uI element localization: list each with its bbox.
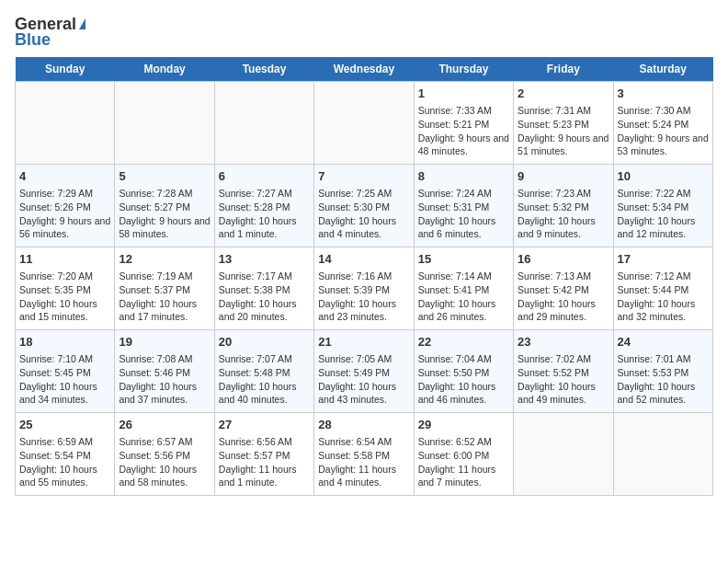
day-header-friday: Friday	[514, 57, 613, 82]
calendar-cell: 13Sunrise: 7:17 AMSunset: 5:38 PMDayligh…	[214, 247, 313, 330]
day-info: Sunrise: 6:59 AMSunset: 5:54 PMDaylight:…	[19, 435, 110, 489]
calendar-cell: 29Sunrise: 6:52 AMSunset: 6:00 PMDayligh…	[414, 413, 513, 496]
day-number: 28	[318, 417, 409, 433]
logo-triangle	[79, 18, 85, 29]
calendar-cell: 2Sunrise: 7:31 AMSunset: 5:23 PMDaylight…	[514, 82, 613, 165]
day-info: Sunrise: 7:14 AMSunset: 5:41 PMDaylight:…	[418, 270, 509, 324]
calendar-cell: 7Sunrise: 7:25 AMSunset: 5:30 PMDaylight…	[314, 165, 414, 247]
day-info: Sunrise: 7:04 AMSunset: 5:50 PMDaylight:…	[418, 352, 509, 407]
calendar-cell: 19Sunrise: 7:08 AMSunset: 5:46 PMDayligh…	[115, 330, 214, 413]
week-row-5: 25Sunrise: 6:59 AMSunset: 5:54 PMDayligh…	[16, 413, 713, 496]
calendar-cell: 3Sunrise: 7:30 AMSunset: 5:24 PMDaylight…	[613, 82, 712, 165]
day-header-thursday: Thursday	[414, 57, 513, 82]
calendar-cell	[115, 82, 214, 165]
logo-blue-text: Blue	[15, 30, 51, 50]
day-info: Sunrise: 6:57 AMSunset: 5:56 PMDaylight:…	[119, 435, 210, 489]
day-number: 3	[618, 86, 709, 102]
calendar-cell: 28Sunrise: 6:54 AMSunset: 5:58 PMDayligh…	[314, 413, 414, 496]
day-number: 9	[518, 168, 609, 185]
day-info: Sunrise: 7:24 AMSunset: 5:31 PMDaylight:…	[418, 187, 509, 241]
logo: General Blue	[15, 15, 85, 50]
calendar-cell: 5Sunrise: 7:28 AMSunset: 5:27 PMDaylight…	[115, 165, 214, 247]
day-number: 20	[219, 334, 310, 350]
day-number: 8	[418, 168, 509, 185]
day-info: Sunrise: 7:17 AMSunset: 5:38 PMDaylight:…	[219, 270, 310, 324]
calendar-cell: 21Sunrise: 7:05 AMSunset: 5:49 PMDayligh…	[314, 330, 414, 413]
calendar-cell	[314, 82, 414, 165]
day-number: 22	[418, 334, 509, 350]
day-number: 11	[19, 251, 110, 268]
calendar-cell: 1Sunrise: 7:33 AMSunset: 5:21 PMDaylight…	[414, 82, 513, 165]
day-info: Sunrise: 7:08 AMSunset: 5:46 PMDaylight:…	[119, 352, 210, 407]
day-info: Sunrise: 7:28 AMSunset: 5:27 PMDaylight:…	[119, 187, 210, 241]
day-info: Sunrise: 7:02 AMSunset: 5:52 PMDaylight:…	[518, 352, 609, 407]
calendar-cell: 12Sunrise: 7:19 AMSunset: 5:37 PMDayligh…	[115, 247, 214, 330]
day-header-tuesday: Tuesday	[214, 57, 313, 82]
calendar-cell: 18Sunrise: 7:10 AMSunset: 5:45 PMDayligh…	[16, 330, 115, 413]
day-number: 7	[318, 168, 409, 185]
calendar-cell: 8Sunrise: 7:24 AMSunset: 5:31 PMDaylight…	[414, 165, 513, 247]
day-number: 14	[318, 251, 409, 268]
day-number: 24	[618, 334, 709, 350]
day-number: 4	[19, 168, 110, 185]
day-info: Sunrise: 6:52 AMSunset: 6:00 PMDaylight:…	[418, 435, 509, 489]
day-info: Sunrise: 6:56 AMSunset: 5:57 PMDaylight:…	[219, 435, 310, 489]
day-number: 13	[219, 251, 310, 268]
calendar-cell: 26Sunrise: 6:57 AMSunset: 5:56 PMDayligh…	[115, 413, 214, 496]
calendar-table: SundayMondayTuesdayWednesdayThursdayFrid…	[15, 57, 713, 496]
calendar-cell	[514, 413, 613, 496]
day-number: 26	[119, 417, 210, 433]
week-row-4: 18Sunrise: 7:10 AMSunset: 5:45 PMDayligh…	[16, 330, 713, 413]
calendar-cell: 23Sunrise: 7:02 AMSunset: 5:52 PMDayligh…	[514, 330, 613, 413]
day-info: Sunrise: 7:20 AMSunset: 5:35 PMDaylight:…	[19, 270, 110, 324]
day-info: Sunrise: 6:54 AMSunset: 5:58 PMDaylight:…	[318, 435, 409, 489]
day-info: Sunrise: 7:16 AMSunset: 5:39 PMDaylight:…	[318, 270, 409, 324]
calendar-cell: 24Sunrise: 7:01 AMSunset: 5:53 PMDayligh…	[613, 330, 712, 413]
calendar-cell: 27Sunrise: 6:56 AMSunset: 5:57 PMDayligh…	[214, 413, 313, 496]
calendar-cell: 22Sunrise: 7:04 AMSunset: 5:50 PMDayligh…	[414, 330, 513, 413]
calendar-cell: 14Sunrise: 7:16 AMSunset: 5:39 PMDayligh…	[314, 247, 414, 330]
day-info: Sunrise: 7:01 AMSunset: 5:53 PMDaylight:…	[618, 352, 709, 407]
day-number: 23	[518, 334, 609, 350]
calendar-cell	[16, 82, 115, 165]
day-number: 6	[219, 168, 310, 185]
calendar-cell: 10Sunrise: 7:22 AMSunset: 5:34 PMDayligh…	[613, 165, 712, 247]
day-header-saturday: Saturday	[613, 57, 712, 82]
day-info: Sunrise: 7:07 AMSunset: 5:48 PMDaylight:…	[219, 352, 310, 407]
day-info: Sunrise: 7:19 AMSunset: 5:37 PMDaylight:…	[119, 270, 210, 324]
day-number: 5	[119, 168, 210, 185]
calendar-cell: 9Sunrise: 7:23 AMSunset: 5:32 PMDaylight…	[514, 165, 613, 247]
day-number: 18	[19, 334, 110, 350]
calendar-cell: 17Sunrise: 7:12 AMSunset: 5:44 PMDayligh…	[613, 247, 712, 330]
calendar-cell	[613, 413, 712, 496]
day-info: Sunrise: 7:30 AMSunset: 5:24 PMDaylight:…	[618, 104, 709, 158]
week-row-2: 4Sunrise: 7:29 AMSunset: 5:26 PMDaylight…	[16, 165, 713, 247]
calendar-cell: 11Sunrise: 7:20 AMSunset: 5:35 PMDayligh…	[16, 247, 115, 330]
week-row-1: 1Sunrise: 7:33 AMSunset: 5:21 PMDaylight…	[16, 82, 713, 165]
day-info: Sunrise: 7:22 AMSunset: 5:34 PMDaylight:…	[618, 187, 709, 241]
day-header-monday: Monday	[115, 57, 214, 82]
day-info: Sunrise: 7:25 AMSunset: 5:30 PMDaylight:…	[318, 187, 409, 241]
day-info: Sunrise: 7:29 AMSunset: 5:26 PMDaylight:…	[19, 187, 110, 241]
day-headers-row: SundayMondayTuesdayWednesdayThursdayFrid…	[16, 57, 713, 82]
day-number: 27	[219, 417, 310, 433]
day-number: 21	[318, 334, 409, 350]
calendar-cell: 25Sunrise: 6:59 AMSunset: 5:54 PMDayligh…	[16, 413, 115, 496]
calendar-cell: 4Sunrise: 7:29 AMSunset: 5:26 PMDaylight…	[16, 165, 115, 247]
calendar-cell	[214, 82, 313, 165]
week-row-3: 11Sunrise: 7:20 AMSunset: 5:35 PMDayligh…	[16, 247, 713, 330]
day-number: 19	[119, 334, 210, 350]
day-info: Sunrise: 7:27 AMSunset: 5:28 PMDaylight:…	[219, 187, 310, 241]
day-number: 25	[19, 417, 110, 433]
calendar-cell: 15Sunrise: 7:14 AMSunset: 5:41 PMDayligh…	[414, 247, 513, 330]
header: General Blue	[15, 15, 713, 50]
day-info: Sunrise: 7:13 AMSunset: 5:42 PMDaylight:…	[518, 270, 609, 324]
day-number: 16	[518, 251, 609, 268]
day-info: Sunrise: 7:23 AMSunset: 5:32 PMDaylight:…	[518, 187, 609, 241]
calendar-cell: 20Sunrise: 7:07 AMSunset: 5:48 PMDayligh…	[214, 330, 313, 413]
calendar-cell: 6Sunrise: 7:27 AMSunset: 5:28 PMDaylight…	[214, 165, 313, 247]
day-info: Sunrise: 7:12 AMSunset: 5:44 PMDaylight:…	[618, 270, 709, 324]
day-header-sunday: Sunday	[16, 57, 115, 82]
calendar-cell: 16Sunrise: 7:13 AMSunset: 5:42 PMDayligh…	[514, 247, 613, 330]
day-number: 17	[618, 251, 709, 268]
